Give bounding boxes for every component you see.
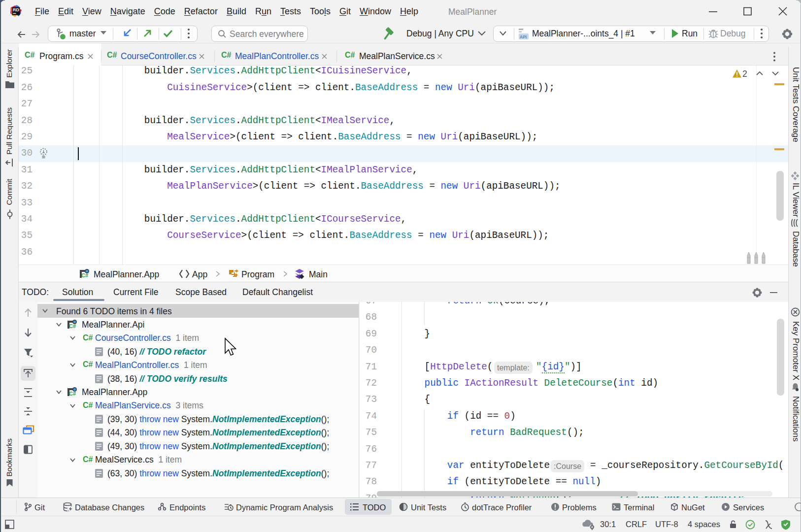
svg-text:API: API	[520, 34, 527, 39]
svg-text:RD: RD	[13, 7, 19, 12]
